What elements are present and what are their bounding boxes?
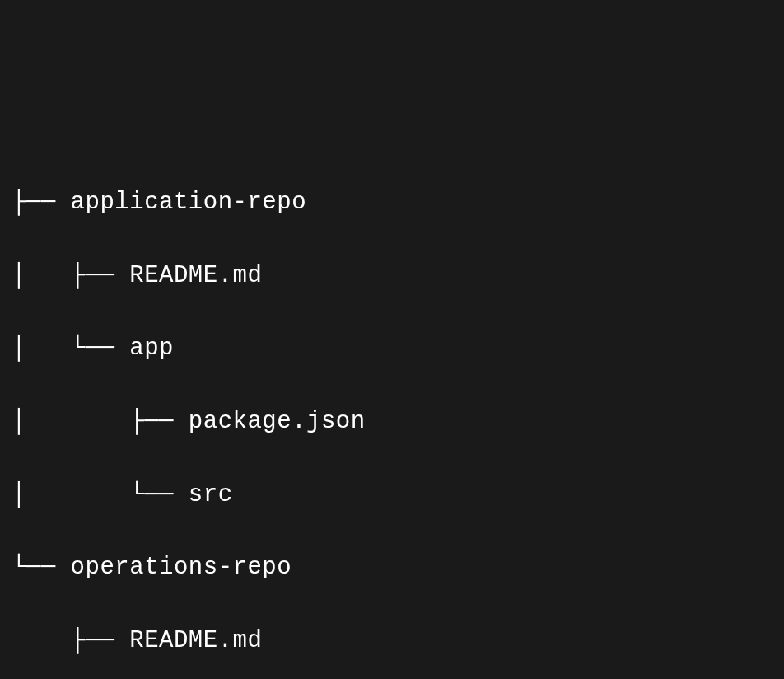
tree-line: │ ├── README.md [12, 258, 784, 294]
file-tree: ├── application-repo │ ├── README.md │ └… [0, 146, 784, 679]
tree-line: │ └── src [12, 477, 784, 513]
tree-line: ├── application-repo [12, 185, 784, 221]
tree-line: └── operations-repo [12, 550, 784, 586]
tree-line: │ └── app [12, 330, 784, 367]
tree-line: │ ├── package.json [12, 404, 784, 440]
tree-line: ├── README.md [12, 623, 784, 659]
